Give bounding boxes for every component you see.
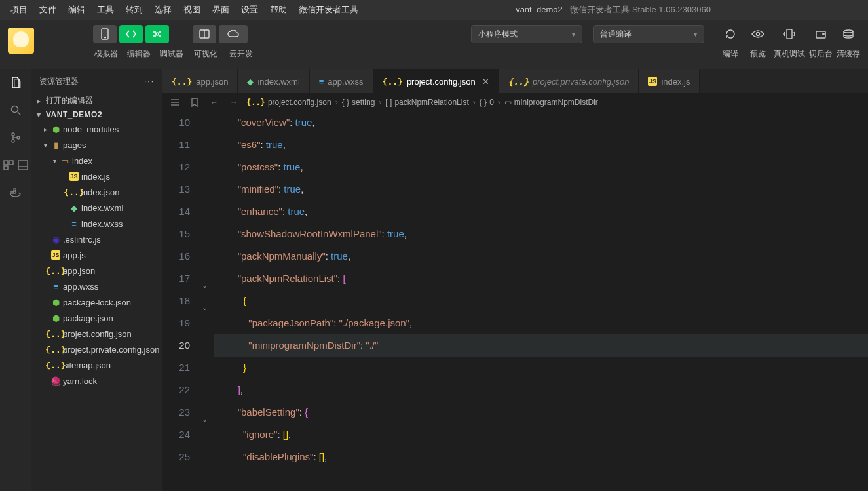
- breadcrumb: ← → {..} project.config.json›{ } setting…: [162, 93, 868, 111]
- tree-index.js[interactable]: JSindex.js: [31, 168, 162, 184]
- svg-rect-14: [9, 161, 13, 165]
- menu-文件[interactable]: 文件: [34, 1, 62, 18]
- menu-微信开发者工具[interactable]: 微信开发者工具: [293, 1, 364, 18]
- tree-index.json[interactable]: {..}index.json: [31, 184, 162, 200]
- compile-button[interactable]: [719, 25, 742, 43]
- svg-rect-16: [18, 161, 28, 170]
- code-line-18[interactable]: {: [214, 290, 868, 312]
- tree-.eslintrc.js[interactable]: ◉.eslintrc.js: [31, 231, 162, 247]
- menu-选择[interactable]: 选择: [149, 1, 177, 18]
- tree-pages[interactable]: ▾▮pages: [31, 137, 162, 153]
- code-line-23[interactable]: "babelSetting": {: [214, 401, 868, 423]
- tab-project.config.json[interactable]: {..}project.config.json✕: [373, 69, 499, 93]
- code-line-16[interactable]: "packNpmManually": true,: [214, 245, 868, 267]
- file-tree: ▸⬢node_modules▾▮pages▾▭indexJSindex.js{.…: [31, 121, 162, 389]
- code-line-13[interactable]: "minified": true,: [214, 178, 868, 201]
- compile-mode-dropdown[interactable]: 普通编译▾: [593, 25, 704, 43]
- tree-app.wxss[interactable]: ≡app.wxss: [31, 279, 162, 294]
- window-title: vant_demo2 - 微信开发者工具 Stable 1.06.2303060: [364, 4, 863, 16]
- preview-button[interactable]: [746, 25, 770, 43]
- tree-project.config.json[interactable]: {..}project.config.json: [31, 326, 162, 342]
- menu-项目[interactable]: 项目: [5, 1, 33, 18]
- fold-icon[interactable]: ⌄: [202, 274, 208, 296]
- editor-tabs: {..}app.json◆index.wxml≡app.wxss{..}proj…: [162, 69, 868, 93]
- visualize-button[interactable]: [193, 25, 216, 43]
- editor-label: 编辑器: [126, 49, 152, 60]
- menu-转到[interactable]: 转到: [121, 1, 148, 18]
- cloud-label: 云开发: [225, 49, 257, 60]
- debugger-button[interactable]: [145, 25, 169, 43]
- svg-rect-7: [816, 31, 825, 38]
- simulator-button[interactable]: [93, 25, 117, 43]
- breadcrumb-project.config.json[interactable]: {..} project.config.json: [246, 98, 331, 107]
- clear-cache-button[interactable]: [837, 25, 860, 43]
- tree-sitemap.json[interactable]: {..}sitemap.json: [31, 357, 162, 373]
- code-line-19[interactable]: "packageJsonPath": "./package.json",: [214, 312, 868, 334]
- tree-app.js[interactable]: JSapp.js: [31, 247, 162, 263]
- mode-dropdown[interactable]: 小程序模式▾: [471, 25, 582, 43]
- fold-icon[interactable]: ⌄: [202, 296, 208, 319]
- breadcrumb-0[interactable]: { } 0: [480, 98, 494, 107]
- close-icon[interactable]: ✕: [482, 77, 489, 87]
- editor-button[interactable]: [119, 25, 143, 43]
- menu-编辑[interactable]: 编辑: [63, 1, 90, 18]
- extensions-icon[interactable]: [3, 156, 14, 174]
- menu-帮助[interactable]: 帮助: [265, 1, 292, 18]
- code-line-25[interactable]: "disablePlugins": [],: [214, 446, 868, 468]
- open-editors-section[interactable]: ▸打开的编辑器: [31, 93, 162, 108]
- tree-package-lock.json[interactable]: ⬢package-lock.json: [31, 294, 162, 310]
- visualize-label: 可视化: [193, 49, 219, 60]
- menu-设置[interactable]: 设置: [236, 1, 263, 18]
- tab-index.wxml[interactable]: ◆index.wxml: [238, 69, 309, 93]
- menu-界面[interactable]: 界面: [207, 1, 235, 18]
- panel-icon[interactable]: [17, 156, 29, 174]
- cloud-button[interactable]: [219, 25, 248, 43]
- tree-package.json[interactable]: ⬢package.json: [31, 310, 162, 326]
- fold-icon[interactable]: ⌄: [202, 408, 208, 430]
- code-line-17[interactable]: "packNpmRelationList": [: [214, 267, 868, 290]
- back-icon[interactable]: ←: [207, 95, 221, 109]
- user-avatar[interactable]: [8, 28, 34, 54]
- code-line-22[interactable]: ],: [214, 379, 868, 401]
- source-control-icon[interactable]: [7, 128, 25, 147]
- tree-index.wxml[interactable]: ◆index.wxml: [31, 200, 162, 216]
- explorer-title: 资源管理器: [39, 76, 79, 87]
- list-icon[interactable]: [168, 95, 182, 109]
- svg-point-2: [156, 33, 159, 35]
- menu-工具[interactable]: 工具: [92, 1, 119, 18]
- tree-yarn.lock[interactable]: 🧶yarn.lock: [31, 373, 162, 389]
- code-line-10[interactable]: "coverView": true,: [214, 111, 868, 134]
- tab-app.json[interactable]: {..}app.json: [162, 69, 238, 93]
- tab-project.private.config.json[interactable]: {..}project.private.config.json: [499, 69, 639, 93]
- breadcrumb-miniprogramNpmDistDir[interactable]: ▭ miniprogramNpmDistDir: [504, 98, 598, 107]
- docker-icon[interactable]: [7, 184, 25, 202]
- breadcrumb-setting[interactable]: { } setting: [342, 98, 375, 107]
- background-button[interactable]: [809, 25, 833, 43]
- forward-icon[interactable]: →: [227, 95, 241, 109]
- real-device-button[interactable]: [778, 25, 801, 43]
- tree-node_modules[interactable]: ▸⬢node_modules: [31, 121, 162, 137]
- search-icon[interactable]: [7, 101, 25, 119]
- tree-index[interactable]: ▾▭index: [31, 153, 162, 168]
- more-icon[interactable]: ···: [144, 77, 155, 86]
- explorer-icon[interactable]: [7, 73, 25, 92]
- tree-app.json[interactable]: {..}app.json: [31, 263, 162, 279]
- code-line-11[interactable]: "es6": true,: [214, 134, 868, 156]
- code-line-14[interactable]: "enhance": true,: [214, 201, 868, 223]
- menubar: 项目文件编辑工具转到选择视图界面设置帮助微信开发者工具: [5, 1, 364, 18]
- tab-app.wxss[interactable]: ≡app.wxss: [310, 69, 373, 93]
- project-section[interactable]: ▾VANT_DEMO2: [31, 108, 162, 121]
- tab-index.js[interactable]: JSindex.js: [639, 69, 700, 93]
- code-line-21[interactable]: }: [214, 357, 868, 379]
- code-line-12[interactable]: "postcss": true,: [214, 156, 868, 178]
- menu-视图[interactable]: 视图: [178, 1, 206, 18]
- svg-rect-20: [14, 189, 16, 191]
- code-line-24[interactable]: "ignore": [],: [214, 423, 868, 446]
- bookmark-icon[interactable]: [187, 95, 202, 109]
- code-line-20[interactable]: "miniprogramNpmDistDir": "./": [214, 334, 868, 357]
- simulator-label: 模拟器: [93, 49, 119, 60]
- code-line-15[interactable]: "showShadowRootInWxmlPanel": true,: [214, 223, 868, 245]
- tree-project.private.config.json[interactable]: {..}project.private.config.json: [31, 342, 162, 357]
- breadcrumb-packNpmRelationList[interactable]: [ ] packNpmRelationList: [385, 98, 468, 107]
- tree-index.wxss[interactable]: ≡index.wxss: [31, 216, 162, 231]
